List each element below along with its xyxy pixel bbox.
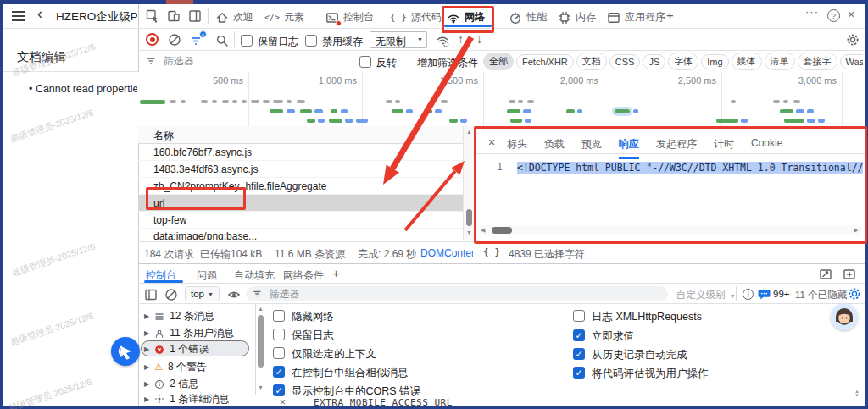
tab-timing[interactable]: 计时 <box>714 137 734 159</box>
checkbox-log-xhr[interactable] <box>573 310 585 322</box>
checkbox-eager-eval[interactable]: ✓ <box>573 329 585 341</box>
dock-side-button[interactable] <box>188 9 202 23</box>
console-sidebar-toggle[interactable] <box>144 288 158 301</box>
tab-memory[interactable]: 内存 <box>558 10 596 25</box>
close-icon[interactable]: × <box>280 396 286 406</box>
settings-gear-button[interactable] <box>846 33 860 47</box>
drawer-dock-button[interactable] <box>819 268 832 281</box>
hscrollbar-thumb[interactable] <box>492 227 512 234</box>
console-filter-field[interactable] <box>246 286 668 301</box>
request-row[interactable]: zh_CN?promptKey=hfile.fileAggregate <box>138 178 463 195</box>
export-har-button[interactable]: ↓ <box>476 32 482 46</box>
console-info-button[interactable]: i <box>743 289 754 300</box>
disable-cache-checkbox[interactable] <box>305 35 317 47</box>
scroll-down-icon[interactable]: ▼ <box>258 384 264 390</box>
request-row[interactable]: 160.bfc76bf7.async.js <box>138 144 463 161</box>
clear-console-button[interactable] <box>164 288 178 301</box>
request-row-selected[interactable]: url <box>138 195 463 212</box>
tab-payload[interactable]: 负载 <box>544 137 565 159</box>
inspect-element-button[interactable] <box>146 9 159 23</box>
response-hscrollbar[interactable]: ◀ ▶ <box>478 225 861 235</box>
app-hamburger-icon[interactable] <box>12 11 25 21</box>
checkbox-hide-network[interactable] <box>273 310 285 322</box>
expander-icon[interactable]: ▶ <box>144 345 149 353</box>
filter-toggle-button[interactable]: × <box>190 34 203 47</box>
console-sidebar-item-messages[interactable]: ▶ 12 条消息 <box>144 308 214 324</box>
pill-media[interactable]: 媒体 <box>732 53 762 70</box>
pill-font[interactable]: 字体 <box>668 53 698 70</box>
network-filter-input[interactable] <box>162 54 341 68</box>
drawer-tab-network-conditions[interactable]: 网络条件 <box>283 268 324 283</box>
record-button[interactable] <box>146 33 159 46</box>
request-list-scrollbar[interactable]: ▲ ▼ <box>463 126 474 240</box>
clear-network-button[interactable] <box>168 33 181 47</box>
live-expression-button[interactable] <box>227 288 241 301</box>
status-dcl-link[interactable]: DOMContentLoa <box>420 247 473 259</box>
split-divider[interactable] <box>475 126 476 241</box>
tab-console[interactable]: 控制台 <box>326 10 374 25</box>
tab-sources[interactable]: { } 源代码 <box>390 10 442 25</box>
app-back-icon[interactable]: ‹ <box>37 5 42 23</box>
pill-css[interactable]: CSS <box>609 54 641 69</box>
scrollbar-thumb[interactable] <box>466 209 472 226</box>
search-button[interactable] <box>215 34 229 47</box>
expander-icon[interactable]: ▶ <box>144 363 149 371</box>
checkbox-selected-context-only[interactable] <box>273 347 285 359</box>
drawer-resize-handle[interactable]: ▲ ▼ <box>854 390 860 398</box>
tab-application[interactable]: 应用程序 <box>607 10 665 25</box>
tab-cookie[interactable]: Cookie <box>751 137 782 159</box>
console-sidebar-item-verbose[interactable]: ▶ 1 条详细消息 <box>144 393 229 405</box>
tab-preview[interactable]: 预览 <box>581 137 602 159</box>
scroll-down-icon[interactable]: ▼ <box>466 229 472 235</box>
tab-elements[interactable]: </> 元素 <box>264 10 304 25</box>
pill-fetch-xhr[interactable]: Fetch/XHR <box>516 54 574 69</box>
drawer-add-tab-button[interactable]: + <box>332 266 340 280</box>
console-settings-button[interactable] <box>848 287 861 301</box>
request-table-header[interactable]: 名称 <box>138 126 463 144</box>
console-context-select[interactable]: top ▼ <box>185 286 220 301</box>
pill-wasm[interactable]: Wasm <box>840 54 863 69</box>
request-row[interactable]: 1483.3e4fdf63.async.js <box>138 161 463 178</box>
drawer-tab-issues[interactable]: 问题 <box>197 268 217 283</box>
tab-performance[interactable]: 性能 <box>509 10 547 25</box>
expander-icon[interactable]: ▶ <box>144 395 149 403</box>
drawer-expand-button[interactable] <box>843 268 856 281</box>
throttling-select[interactable]: 无限制 ▼ <box>370 31 427 48</box>
tab-initiator[interactable]: 发起程序 <box>656 137 697 159</box>
tab-welcome[interactable]: 欢迎 <box>215 10 253 25</box>
assistant-avatar[interactable] <box>831 303 858 330</box>
clipped-console-row[interactable]: × EXTRA_MOBILE_ACCESS_URL <box>266 395 860 406</box>
expander-icon[interactable]: ▶ <box>144 312 149 320</box>
pill-js[interactable]: JS <box>643 54 665 69</box>
tab-network[interactable]: 网络 <box>447 10 485 25</box>
import-har-button[interactable]: ↑ <box>458 32 464 46</box>
checkbox-eval-as-user[interactable]: ✓ <box>573 367 585 379</box>
checkbox-group-similar[interactable]: ✓ <box>273 366 285 378</box>
pill-manifest[interactable]: 清单 <box>765 53 795 70</box>
expander-icon[interactable]: ▶ <box>144 380 149 388</box>
device-toolbar-button[interactable] <box>167 9 181 23</box>
network-overview-timeline[interactable]: 500 ms1,000 ms1,500 ms2,000 ms2,500 ms3,… <box>138 72 865 126</box>
scroll-left-icon[interactable]: ◀ <box>481 227 485 234</box>
checkbox-preserve-log[interactable] <box>273 329 285 340</box>
console-sidebar-item-warnings[interactable]: ▶ ⚠ 8 个警告 <box>144 359 207 375</box>
more-filters-dropdown[interactable]: 增加筛选条件 ▼ <box>417 56 489 70</box>
help-assistant-button[interactable] <box>111 337 140 366</box>
close-devtools-button[interactable]: × <box>848 8 854 21</box>
checkbox-autocomplete-history[interactable]: ✓ <box>573 348 585 360</box>
more-tabs-button[interactable]: + <box>666 8 674 22</box>
console-sidebar-scrollbar[interactable]: ▲ ▼ <box>256 303 265 395</box>
console-messages-bubble[interactable] <box>758 289 771 304</box>
tab-headers[interactable]: 标头 <box>507 137 527 159</box>
pill-img[interactable]: Img <box>701 54 728 69</box>
console-filter-input[interactable] <box>268 287 661 301</box>
console-sidebar-item-errors[interactable]: ▶ 1 个错误 <box>144 341 209 357</box>
response-code-line[interactable]: <!DOCTYPE html PUBLIC "-//W3C//DTD XHTML… <box>517 159 863 174</box>
request-row[interactable]: top-few <box>138 212 463 229</box>
log-levels-dropdown[interactable]: 自定义级别 ▼ <box>676 289 736 301</box>
format-button[interactable]: { } <box>483 246 500 257</box>
network-conditions-button[interactable] <box>436 34 449 47</box>
scrollbar-thumb[interactable] <box>258 315 264 368</box>
scroll-up-icon[interactable]: ▲ <box>258 306 264 312</box>
invert-filter-checkbox[interactable] <box>359 56 371 68</box>
